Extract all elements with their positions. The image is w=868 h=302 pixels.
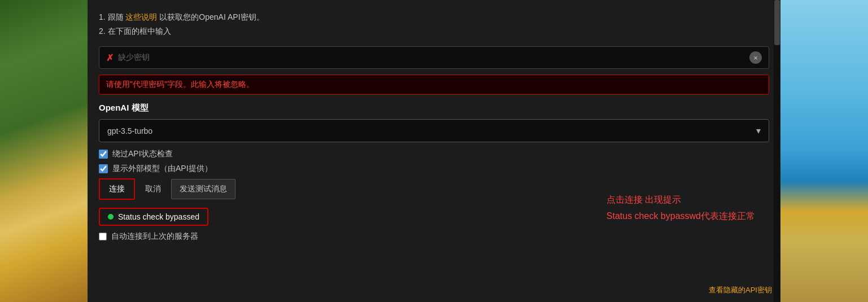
- instructions: 1. 跟随 这些说明 以获取您的OpenAI API密钥。 2. 在下面的框中输…: [99, 10, 769, 38]
- chevron-down-icon: ▾: [756, 125, 761, 136]
- show-external-checkbox[interactable]: [99, 164, 108, 173]
- selected-model-label: gpt-3.5-turbo: [107, 126, 152, 135]
- background-right: [778, 0, 868, 302]
- connect-button[interactable]: 连接: [99, 178, 135, 200]
- status-badge: Status check bypassed: [99, 208, 208, 226]
- bypass-api-checkbox-row: 绕过API状态检查: [99, 149, 769, 159]
- instruction-step1: 1. 跟随 这些说明 以获取您的OpenAI API密钥。: [99, 10, 769, 24]
- cancel-button[interactable]: 取消: [141, 182, 165, 196]
- clear-button[interactable]: ×: [749, 51, 762, 64]
- model-dropdown[interactable]: gpt-3.5-turbo ▾: [99, 119, 769, 142]
- test-message-button[interactable]: 发送测试消息: [171, 179, 235, 199]
- scrollbar-thumb[interactable]: [774, 0, 780, 45]
- api-key-placeholder: 缺少密钥: [118, 52, 749, 63]
- model-section-title: OpenAI 模型: [99, 103, 769, 113]
- status-text: Status check bypassed: [118, 212, 199, 221]
- bypass-api-checkbox[interactable]: [99, 150, 108, 159]
- auto-connect-row: 自动连接到上次的服务器: [99, 231, 769, 242]
- show-external-label: 显示外部模型（由API提供）: [112, 164, 212, 174]
- auto-connect-checkbox[interactable]: [99, 233, 107, 240]
- bypass-api-label: 绕过API状态检查: [112, 149, 173, 159]
- instructions-link[interactable]: 这些说明: [125, 12, 157, 21]
- scrollbar[interactable]: [774, 0, 780, 302]
- buttons-row: 连接 取消 发送测试消息: [99, 178, 769, 200]
- error-icon: ✗: [106, 52, 114, 63]
- status-dot: [108, 214, 114, 220]
- api-key-row: ✗ 缺少密钥 ×: [99, 46, 769, 69]
- auto-connect-label: 自动连接到上次的服务器: [111, 231, 198, 242]
- hidden-api-key-link[interactable]: 查看隐藏的API密钥: [709, 285, 772, 295]
- background-left: [0, 0, 90, 302]
- instruction-step2: 2. 在下面的框中输入: [99, 24, 769, 38]
- show-external-checkbox-row: 显示外部模型（由API提供）: [99, 164, 769, 174]
- main-panel: 1. 跟随 这些说明 以获取您的OpenAI API密钥。 2. 在下面的框中输…: [88, 0, 780, 302]
- status-badge-container: Status check bypassed: [99, 208, 208, 226]
- warning-banner: 请使用"代理密码"字段。此输入将被忽略。: [99, 75, 769, 95]
